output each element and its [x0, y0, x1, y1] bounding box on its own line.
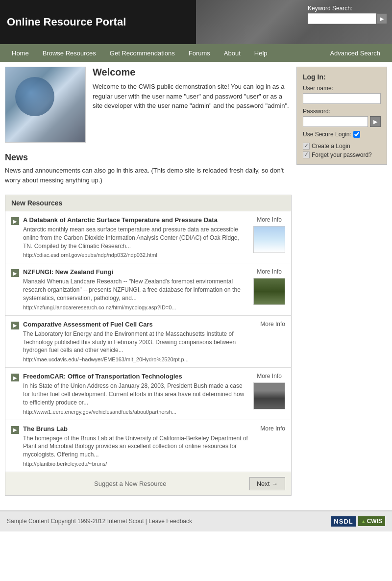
- create-login-icon: [303, 143, 310, 150]
- more-info-link[interactable]: More Info: [260, 321, 285, 328]
- next-button[interactable]: Next →: [249, 477, 285, 490]
- resource-thumbnail: [253, 278, 285, 305]
- resource-right: More Info: [253, 373, 285, 409]
- password-label: Password:: [303, 108, 381, 115]
- resource-desc: Manaaki Whenua Landcare Research -- "New…: [23, 278, 249, 302]
- resource-url: http://plantbio.berkeley.edu/~bruns/: [23, 461, 256, 467]
- login-box: Log In: User name: Password: ▶ Use Secur…: [296, 67, 387, 165]
- nav-item-help[interactable]: Help: [247, 44, 274, 62]
- resource-thumbnail: [253, 226, 285, 253]
- secure-login-label: Use Secure Login:: [303, 131, 351, 138]
- welcome-text: Welcome Welcome to the CWIS public demon…: [93, 67, 292, 143]
- welcome-image: [5, 67, 86, 143]
- nav-item-home[interactable]: Home: [5, 44, 36, 62]
- keyword-search-row: ▶: [308, 13, 387, 24]
- secure-login-checkbox[interactable]: [353, 131, 360, 138]
- nsdl-logo: NSDL: [331, 516, 356, 527]
- more-info-link[interactable]: More Info: [257, 216, 282, 223]
- nav-item-advanced-search[interactable]: Advanced Search: [323, 44, 387, 62]
- forget-password-icon: [303, 152, 310, 158]
- keyword-search-button[interactable]: ▶: [376, 13, 387, 24]
- nav-item-get-recommendations[interactable]: Get Recommendations: [103, 44, 182, 62]
- resource-bullet: ▶: [11, 217, 19, 225]
- main-layout: Welcome Welcome to the CWIS public demon…: [0, 62, 392, 501]
- resource-right: More Info: [260, 321, 285, 328]
- forget-password-link[interactable]: Forget your password?: [312, 152, 372, 158]
- resource-desc: In his State of the Union Address on Jan…: [23, 382, 249, 406]
- resource-url: http://cdiac.esd.ornl.gov/epubs/ndp/ndp0…: [23, 252, 249, 258]
- username-input[interactable]: [303, 93, 381, 104]
- resource-desc: Antarctic monthly mean sea surface tempe…: [23, 226, 249, 250]
- resource-url: http://nzfungi.landcareresearch.co.nz/ht…: [23, 304, 249, 310]
- login-go-button[interactable]: ▶: [370, 116, 381, 127]
- resource-right: More Info: [260, 425, 285, 432]
- resource-title: The Bruns Lab: [23, 425, 256, 432]
- password-input[interactable]: [303, 116, 368, 127]
- resource-bullet: ▶: [11, 426, 19, 434]
- site-footer: Sample Content Copyright 1999-2012 Inter…: [0, 510, 392, 531]
- resource-item: ▶NZFUNGI: New Zealand FungiManaaki Whenu…: [5, 263, 291, 315]
- sidebar: Log In: User name: Password: ▶ Use Secur…: [296, 67, 387, 165]
- forget-password-item: Forget your password?: [303, 152, 381, 158]
- resource-body: NZFUNGI: New Zealand FungiManaaki Whenua…: [23, 268, 249, 310]
- login-heading: Log In:: [303, 73, 381, 81]
- resource-right: More Info: [253, 268, 285, 305]
- resource-bullet: ▶: [11, 322, 19, 329]
- nav-item-about[interactable]: About: [217, 44, 247, 62]
- site-header: Online Resource Portal Keyword Search: ▶: [0, 0, 392, 44]
- resource-title: Comparative Assessment of Fuel Cell Cars: [23, 321, 256, 328]
- copyright-text: Sample Content Copyright 1999-2012 Inter…: [7, 518, 147, 525]
- secure-login-row: Use Secure Login:: [303, 131, 381, 138]
- resource-item: ▶A Databank of Antarctic Surface Tempera…: [5, 211, 291, 263]
- more-info-link[interactable]: More Info: [257, 373, 282, 379]
- news-heading: News: [5, 152, 292, 163]
- footer-logos: NSDL CWIS: [331, 516, 385, 527]
- resource-right: More Info: [253, 216, 285, 253]
- nav-item-forums[interactable]: Forums: [182, 44, 217, 62]
- nav-item-browse-resources[interactable]: Browse Resources: [36, 44, 103, 62]
- resource-body: A Databank of Antarctic Surface Temperat…: [23, 216, 249, 258]
- main-nav: Home Browse Resources Get Recommendation…: [0, 44, 392, 62]
- create-login-item: Create a Login: [303, 143, 381, 150]
- resource-thumbnail: [253, 382, 285, 409]
- main-content: Welcome Welcome to the CWIS public demon…: [5, 67, 292, 496]
- suggest-new-resource-link[interactable]: Suggest a New Resource: [11, 480, 249, 487]
- welcome-body: Welcome to the CWIS public demonstration…: [93, 82, 292, 111]
- news-body: News and announcements can also go in th…: [5, 166, 292, 185]
- login-links: Create a Login Forget your password?: [303, 143, 381, 158]
- resource-desc: The Laboratory for Energy and the Enviro…: [23, 330, 256, 354]
- username-label: User name:: [303, 85, 381, 92]
- resources-footer: Suggest a New Resource Next →: [5, 472, 291, 495]
- resource-desc: The homepage of the Bruns Lab at the Uni…: [23, 434, 256, 459]
- keyword-search-area: Keyword Search: ▶: [308, 5, 387, 24]
- keyword-search-label: Keyword Search:: [308, 5, 352, 12]
- keyword-search-input[interactable]: [308, 13, 376, 24]
- new-resources-box: New Resources ▶A Databank of Antarctic S…: [5, 195, 292, 496]
- resource-body: The Bruns LabThe homepage of the Bruns L…: [23, 425, 256, 467]
- leave-feedback-link[interactable]: Leave Feedback: [148, 518, 192, 525]
- resource-body: FreedomCAR: Office of Transportation Tec…: [23, 373, 249, 414]
- resource-title: A Databank of Antarctic Surface Temperat…: [23, 216, 249, 224]
- welcome-section: Welcome Welcome to the CWIS public demon…: [5, 67, 292, 143]
- password-row: ▶: [303, 116, 381, 127]
- resource-url: http://mae.ucdavis.edu/~hadwyer/EME163/m…: [23, 356, 256, 362]
- more-info-link[interactable]: More Info: [260, 425, 285, 432]
- footer-copyright: Sample Content Copyright 1999-2012 Inter…: [7, 518, 192, 525]
- resource-bullet: ▶: [11, 374, 19, 381]
- new-resources-header: New Resources: [5, 195, 291, 211]
- resource-item: ▶The Bruns LabThe homepage of the Bruns …: [5, 420, 291, 472]
- site-title: Online Resource Portal: [7, 16, 126, 28]
- resource-item: ▶FreedomCAR: Office of Transportation Te…: [5, 368, 291, 420]
- resource-url: http://www1.eere.energy.gov/vehiclesandf…: [23, 409, 249, 415]
- resources-list: ▶A Databank of Antarctic Surface Tempera…: [5, 211, 291, 472]
- resource-title: NZFUNGI: New Zealand Fungi: [23, 268, 249, 276]
- cwis-logo: CWIS: [358, 516, 385, 526]
- create-login-link[interactable]: Create a Login: [312, 143, 350, 150]
- resource-item: ▶Comparative Assessment of Fuel Cell Car…: [5, 316, 291, 368]
- news-section: News News and announcements can also go …: [5, 152, 292, 185]
- more-info-link[interactable]: More Info: [257, 268, 282, 275]
- resource-title: FreedomCAR: Office of Transportation Tec…: [23, 373, 249, 380]
- welcome-heading: Welcome: [93, 67, 292, 78]
- resource-body: Comparative Assessment of Fuel Cell Cars…: [23, 321, 256, 362]
- resource-bullet: ▶: [11, 269, 19, 277]
